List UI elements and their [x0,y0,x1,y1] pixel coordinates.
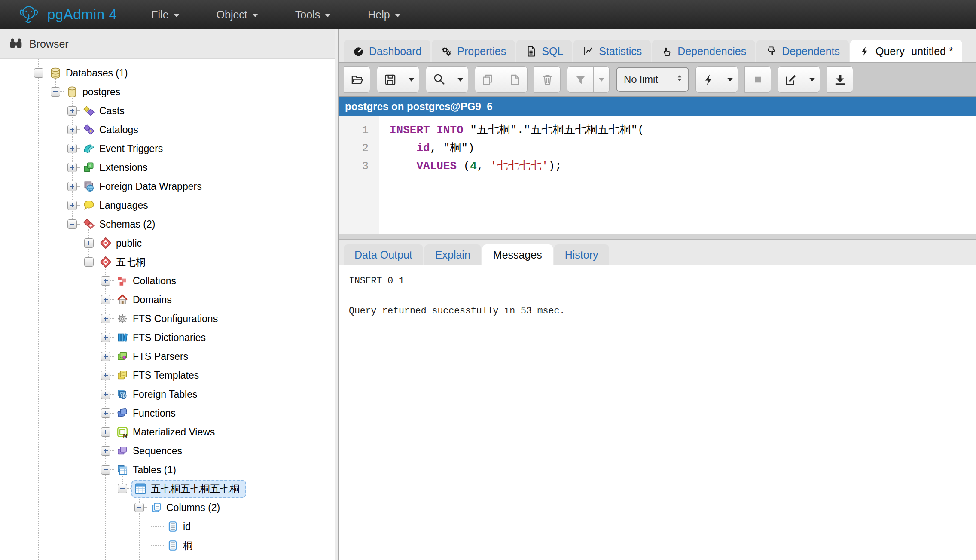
tab-explain[interactable]: Explain [424,244,481,265]
row-limit-select[interactable]: No limit [616,67,689,92]
tree-item-constraints-partial[interactable] [0,555,335,560]
expand-icon[interactable] [101,276,110,286]
tree-item-schema-wuqitong[interactable]: 五七桐 [0,253,335,271]
tab-statistics[interactable]: Statistics [573,40,651,62]
menu-tools[interactable]: Tools [295,9,331,21]
find-button[interactable] [426,66,452,93]
save-options-button[interactable] [403,66,419,93]
tree-item-foreign-tables[interactable]: Foreign Tables [0,385,335,404]
expand-icon[interactable] [101,352,110,361]
toolbar-group: No limit [616,67,689,92]
editor-line: 2 id, "桐") [339,139,976,157]
execute-options-button[interactable] [722,66,738,93]
expand-icon[interactable] [67,182,77,191]
execute-button[interactable] [695,66,722,93]
collapse-icon[interactable] [51,87,60,97]
expand-icon[interactable] [67,144,77,153]
tree-connector [110,394,114,395]
tree-item-columns[interactable]: Columns (2) [0,498,335,517]
tree-item-sequences[interactable]: Sequences [0,441,335,460]
tree-item-fts-templates[interactable]: FTS Templates [0,366,335,385]
databases-icon [49,67,61,79]
collapse-icon[interactable] [118,484,127,493]
tree-item-postgres[interactable]: postgres [0,82,335,101]
line-number: 3 [339,157,379,175]
find-options-button[interactable] [452,66,468,93]
tab-history[interactable]: History [554,244,609,265]
collapse-icon[interactable] [34,68,43,78]
tree-item-table-wuqitong[interactable]: 五七桐五七桐五七桐 [0,479,335,498]
download-button[interactable] [827,66,853,93]
menu-help[interactable]: Help [368,9,400,21]
sidebar-splitter[interactable] [335,29,339,560]
output-splitter[interactable] [339,234,976,240]
tree-item-label: 五七桐 [116,256,146,269]
expand-icon[interactable] [101,408,110,418]
expand-icon[interactable] [101,427,110,437]
tree-item-domains[interactable]: Domains [0,290,335,309]
expand-icon[interactable] [101,333,110,342]
tree-item-collations[interactable]: Collations [0,271,335,290]
tab-properties[interactable]: Properties [432,40,515,62]
menu-object[interactable]: Object [217,9,258,21]
tree-item-label: Materialized Views [133,426,215,438]
expand-icon[interactable] [67,106,77,116]
expand-icon[interactable] [67,201,77,210]
expand-icon[interactable] [101,295,110,304]
save-button[interactable] [377,66,403,93]
foreign-tables-icon [116,388,128,400]
menu-file[interactable]: File [151,9,179,21]
tree-item-casts[interactable]: Casts [0,101,335,120]
tree-connector [77,110,80,111]
tree-item-label: Schemas (2) [99,219,155,230]
expand-icon[interactable] [67,163,77,172]
tab-query[interactable]: Query- untitled * [850,40,962,62]
tree-item-catalogs[interactable]: Catalogs [0,120,335,139]
sql-code: id, "桐") [390,139,976,157]
tab-messages[interactable]: Messages [482,244,553,265]
copy-button [475,66,501,93]
collapse-icon[interactable] [101,465,110,475]
tree-item-label: FTS Dictionaries [133,332,206,344]
tree-connector [77,186,80,187]
tree-item-languages[interactable]: Languages [0,196,335,215]
line-number: 2 [339,139,379,157]
tree-item-materialized-views[interactable]: MMaterialized Views [0,423,335,441]
edit-options-button[interactable] [804,66,820,93]
menu-label: File [151,9,168,21]
tree-item-event-triggers[interactable]: Event Triggers [0,139,335,158]
expand-icon[interactable] [101,446,110,456]
collapse-icon[interactable] [67,219,77,229]
tree-item-fts-parsers[interactable]: FTS Parsers [0,347,335,366]
column-icon [167,520,179,533]
collapse-icon[interactable] [134,503,144,512]
tab-sql[interactable]: SQL [516,40,572,62]
tree-item-databases[interactable]: Databases (1) [0,64,335,82]
collapse-icon[interactable] [84,257,94,267]
tree-item-column-id[interactable]: id [0,517,335,536]
expand-icon[interactable] [101,390,110,399]
tree-item-fts-configurations[interactable]: FTS Configurations [0,309,335,328]
tree-item-extensions[interactable]: Extensions [0,158,335,177]
edit-button[interactable] [778,66,804,93]
tree-connector [144,507,147,508]
expand-icon[interactable] [101,371,110,380]
tab-dependents[interactable]: Dependents [756,40,849,62]
tree-item-column-tong[interactable]: 桐 [0,536,335,555]
tree-item-foreign-data-wrappers[interactable]: Foreign Data Wrappers [0,177,335,196]
tab-dashboard[interactable]: Dashboard [344,40,430,62]
expand-icon[interactable] [84,238,94,248]
tab-dependencies[interactable]: Dependencies [652,40,755,62]
tree-item-schema-public[interactable]: public [0,234,335,253]
open-file-button[interactable] [344,66,370,93]
tab-data-output[interactable]: Data Output [344,244,423,265]
tree-item-label: Extensions [99,162,148,173]
sql-editor[interactable]: 1INSERT INTO "五七桐"."五七桐五七桐五七桐"(2 id, "桐"… [339,116,976,234]
tree-item-tables[interactable]: Tables (1) [0,460,335,479]
chevron-down-icon [395,14,401,17]
tree-item-schemas[interactable]: Schemas (2) [0,215,335,234]
tree-item-functions[interactable]: Functions [0,404,335,423]
expand-icon[interactable] [101,314,110,323]
tree-item-fts-dictionaries[interactable]: FTS Dictionaries [0,328,335,347]
expand-icon[interactable] [67,125,77,134]
